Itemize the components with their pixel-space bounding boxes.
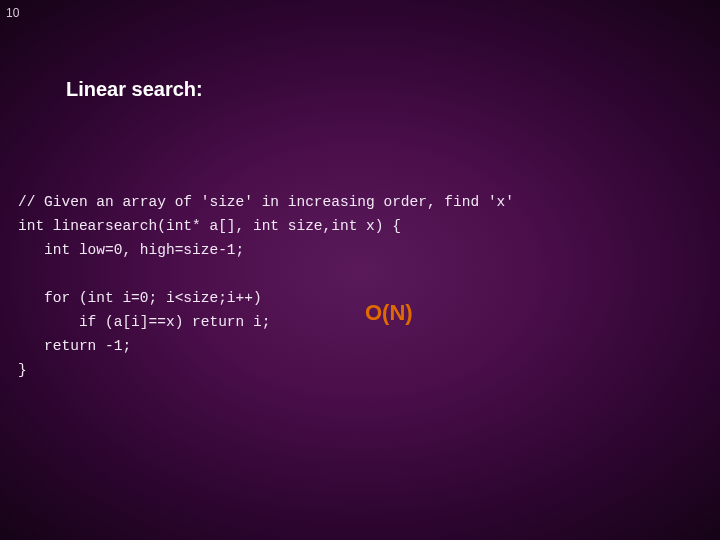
code-line: return -1;: [18, 338, 131, 354]
code-line: }: [18, 362, 27, 378]
slide-number: 10: [6, 6, 19, 20]
code-line: // Given an array of 'size' in increasin…: [18, 194, 514, 210]
code-line: for (int i=0; i<size;i++): [18, 290, 262, 306]
code-line: int low=0, high=size-1;: [18, 242, 244, 258]
complexity-label: O(N): [365, 300, 413, 326]
code-line: if (a[i]==x) return i;: [18, 314, 270, 330]
code-block: // Given an array of 'size' in increasin…: [18, 190, 702, 382]
code-line: int linearsearch(int* a[], int size,int …: [18, 218, 401, 234]
slide-title: Linear search:: [66, 78, 203, 101]
